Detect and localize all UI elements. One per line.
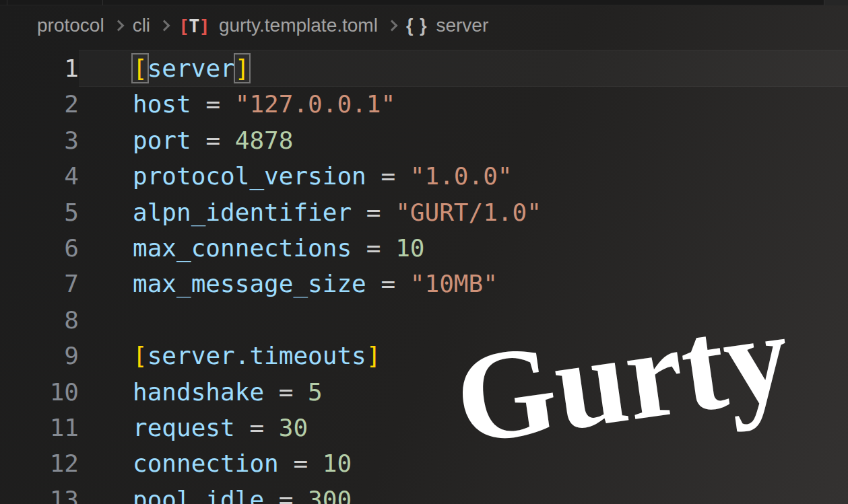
code-line[interactable]: 10handshake = 5	[0, 374, 848, 410]
code-line[interactable]: 8	[0, 302, 848, 338]
code-line[interactable]: 9[server.timeouts]	[0, 338, 848, 373]
code-line[interactable]: 3port = 4878	[0, 122, 848, 158]
code-line[interactable]: 12connection = 10	[0, 445, 848, 481]
code-token: 30	[279, 414, 308, 441]
code-token: max_message_size	[133, 270, 366, 297]
code-token: host	[133, 90, 191, 118]
line-number[interactable]: 11	[0, 410, 79, 445]
chevron-right-icon	[386, 20, 397, 32]
code-token: 10	[323, 449, 352, 477]
code-token: ]	[235, 55, 250, 82]
line-number[interactable]: 5	[0, 194, 79, 230]
code-token: server.timeouts	[148, 342, 366, 369]
code-token: ]	[366, 342, 381, 369]
code-token: request	[133, 414, 235, 441]
code-token: =	[264, 486, 308, 504]
code-line[interactable]: 2host = "127.0.0.1"	[0, 86, 848, 122]
code-token: 4878	[235, 127, 294, 154]
code-token: "GURT/1.0"	[395, 199, 542, 226]
tab-bar-right-segment	[824, 0, 848, 5]
code-token: 300	[308, 486, 352, 504]
code-line-content: pool_idle = 300	[79, 482, 848, 504]
code-token: =	[366, 162, 410, 190]
code-line[interactable]: 13pool_idle = 300	[0, 482, 848, 504]
code-token: "1.0.0"	[410, 162, 513, 190]
code-token: =	[191, 127, 235, 154]
breadcrumb: protocolcli[T]gurty.template.toml{ }serv…	[0, 5, 848, 46]
line-number[interactable]: 1	[0, 50, 79, 86]
code-token: max_connections	[133, 234, 352, 262]
code-token: pool_idle	[133, 486, 264, 504]
code-token: =	[352, 234, 395, 262]
code-token: =	[279, 449, 323, 477]
breadcrumb-item-gurty.template.toml[interactable]: gurty.template.toml	[219, 15, 378, 36]
code-token: =	[235, 414, 279, 441]
code-token: alpn_identifier	[133, 199, 352, 226]
code-token: server	[148, 55, 235, 82]
chevron-right-icon	[112, 20, 124, 32]
code-line[interactable]: 6max_connections = 10	[0, 230, 848, 266]
code-token: connection	[133, 449, 279, 477]
code-line-content: max_message_size = "10MB"	[79, 266, 848, 301]
line-number[interactable]: 6	[0, 230, 79, 266]
breadcrumb-item-cli[interactable]: cli	[133, 15, 150, 36]
code-token: port	[133, 127, 191, 154]
braces-icon: { }	[406, 15, 428, 36]
line-number[interactable]: 9	[0, 338, 79, 373]
toml-file-icon: [T]	[178, 15, 209, 36]
line-number[interactable]: 13	[0, 482, 79, 504]
code-token: =	[264, 378, 308, 406]
line-number[interactable]: 4	[0, 158, 79, 194]
code-line-content: protocol_version = "1.0.0"	[79, 158, 848, 194]
code-token: "10MB"	[410, 270, 498, 297]
line-number[interactable]: 10	[0, 374, 79, 410]
code-token: =	[191, 90, 235, 118]
code-line-content: request = 30	[79, 410, 848, 445]
code-line-content: host = "127.0.0.1"	[79, 86, 848, 122]
line-number[interactable]: 3	[0, 122, 79, 158]
tab-divider	[7, 0, 7, 5]
code-token: 5	[308, 378, 323, 406]
code-token: "127.0.0.1"	[235, 90, 395, 118]
tab-divider	[102, 0, 103, 5]
code-line-content: alpn_identifier = "GURT/1.0"	[79, 194, 848, 230]
code-line[interactable]: 4protocol_version = "1.0.0"	[0, 158, 848, 194]
code-token: [	[133, 55, 148, 82]
code-line[interactable]: 1[server]	[0, 50, 848, 86]
chevron-right-icon	[159, 20, 170, 32]
code-line-content: connection = 10	[79, 445, 848, 481]
tab-divider	[824, 0, 824, 5]
code-editor[interactable]: 1[server]2host = "127.0.0.1"3port = 4878…	[0, 50, 848, 504]
code-line-content: [server]	[79, 50, 848, 86]
code-line-content: handshake = 5	[79, 374, 848, 410]
breadcrumb-item-protocol[interactable]: protocol	[37, 15, 104, 36]
code-token: protocol_version	[133, 162, 366, 190]
line-number[interactable]: 7	[0, 266, 79, 301]
code-line-content: port = 4878	[79, 122, 848, 158]
code-token: handshake	[133, 378, 264, 406]
code-line-content: [server.timeouts]	[79, 338, 848, 373]
line-number[interactable]: 8	[0, 302, 79, 338]
code-line[interactable]: 5alpn_identifier = "GURT/1.0"	[0, 194, 848, 230]
code-line-content	[79, 302, 848, 338]
code-line-content: max_connections = 10	[79, 230, 848, 266]
code-line[interactable]: 7max_message_size = "10MB"	[0, 266, 848, 301]
line-number[interactable]: 12	[0, 445, 79, 481]
breadcrumb-item-server[interactable]: server	[436, 15, 488, 36]
tab-bar-edge	[0, 0, 848, 5]
code-token: [	[133, 342, 148, 369]
code-token: =	[352, 199, 395, 226]
code-line[interactable]: 11request = 30	[0, 410, 848, 445]
code-token: =	[366, 270, 410, 297]
code-token: 10	[395, 234, 424, 262]
line-number[interactable]: 2	[0, 86, 79, 122]
